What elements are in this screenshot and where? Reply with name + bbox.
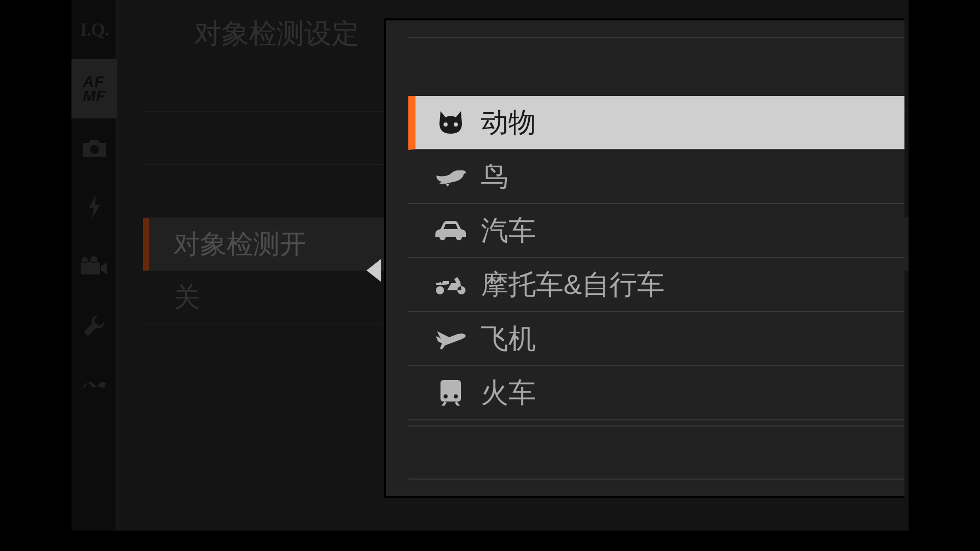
afmf-icon: AF MF bbox=[83, 74, 106, 104]
popup-bottom-spacer bbox=[408, 425, 904, 480]
bird-icon bbox=[434, 160, 468, 193]
sidebar-tab-setup[interactable] bbox=[71, 296, 117, 355]
popup-rows: 动物 鸟 汽车 摩托车&自行车 bbox=[408, 96, 904, 420]
wrench-icon bbox=[83, 314, 106, 337]
menu-row-label: 对象检测开 bbox=[174, 227, 306, 262]
option-label: 火车 bbox=[481, 374, 536, 412]
sidebar-tab-iq[interactable]: I.Q. bbox=[71, 0, 117, 59]
cat-icon bbox=[434, 106, 468, 139]
option-airplane[interactable]: 飞机 bbox=[408, 312, 904, 366]
option-label: 飞机 bbox=[481, 320, 536, 358]
airplane-icon bbox=[434, 322, 468, 356]
camera-icon bbox=[82, 138, 107, 158]
sidebar-tab-my[interactable] bbox=[71, 355, 117, 414]
divider bbox=[408, 37, 904, 38]
car-icon bbox=[434, 214, 468, 247]
option-motorcycle[interactable]: 摩托车&自行车 bbox=[408, 258, 904, 312]
sidebar-tab-flash[interactable] bbox=[71, 178, 117, 237]
option-bird[interactable]: 鸟 bbox=[408, 150, 904, 204]
option-label: 动物 bbox=[481, 104, 536, 141]
train-icon bbox=[434, 376, 468, 410]
option-label: 摩托车&自行车 bbox=[481, 266, 665, 304]
flash-icon bbox=[86, 194, 103, 220]
back-arrow-icon[interactable] bbox=[366, 259, 381, 282]
motorcycle-icon bbox=[434, 268, 468, 302]
page-title: 对象检测设定 bbox=[194, 15, 359, 53]
sidebar-tab-camera[interactable] bbox=[71, 118, 117, 178]
movie-icon bbox=[81, 256, 108, 277]
option-car[interactable]: 汽车 bbox=[408, 204, 904, 258]
sidebar-tab-movie[interactable] bbox=[71, 237, 117, 296]
wave-icon bbox=[82, 378, 107, 391]
sidebar-tab-afmf[interactable]: AF MF bbox=[71, 59, 117, 118]
option-label: 汽车 bbox=[481, 212, 536, 249]
menu-row-label: 关 bbox=[174, 280, 200, 315]
subject-type-popup: 动物 鸟 汽车 摩托车&自行车 bbox=[384, 18, 904, 498]
option-label: 鸟 bbox=[481, 158, 508, 195]
iq-icon: I.Q. bbox=[80, 19, 109, 40]
sidebar: I.Q. AF MF bbox=[71, 0, 117, 531]
option-animal[interactable]: 动物 bbox=[408, 96, 904, 150]
screen: I.Q. AF MF bbox=[0, 0, 980, 551]
option-train[interactable]: 火车 bbox=[408, 366, 904, 420]
